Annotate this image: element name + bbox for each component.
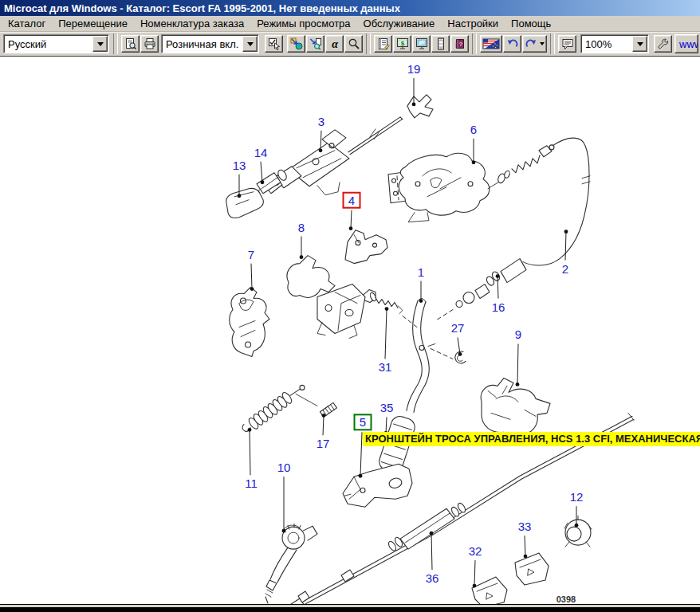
settings-button[interactable]	[654, 35, 672, 53]
menu-item-3[interactable]: Номенклатура заказа	[134, 17, 250, 30]
svg-text:1: 1	[418, 265, 424, 279]
callout-13[interactable]: 13	[233, 159, 246, 198]
book-question-icon: ?	[454, 37, 466, 50]
svg-text:7: 7	[248, 248, 254, 261]
handbook-button[interactable]: ?	[450, 35, 469, 53]
svg-text:19: 19	[407, 62, 421, 76]
microcat-link[interactable]: www.microcat.ru	[674, 34, 698, 53]
annotation-button[interactable]	[558, 35, 576, 53]
language-select[interactable]: Русский	[3, 34, 109, 53]
svg-text:13: 13	[233, 159, 246, 172]
callout-33[interactable]: 33	[518, 520, 532, 558]
toolbar-separator	[472, 33, 477, 54]
menu-item-7[interactable]: Помощь	[505, 17, 557, 30]
graphic-screen-button[interactable]	[412, 35, 431, 53]
svg-text:36: 36	[426, 571, 439, 585]
menu-item-6[interactable]: Настройки	[441, 17, 505, 30]
locate-part-button[interactable]	[287, 35, 305, 53]
toolbar: Русский Розничная вкл. α $ ? 100% ww	[0, 32, 700, 56]
pricing-select[interactable]: Розничная вкл.	[161, 34, 259, 53]
svg-text:9: 9	[515, 328, 521, 341]
print-button[interactable]	[140, 35, 159, 53]
callout-31[interactable]: 31	[379, 307, 392, 374]
slideshow-button[interactable]	[431, 35, 450, 53]
redo-button[interactable]	[522, 35, 547, 53]
svg-text:35: 35	[380, 401, 394, 414]
menu-item-5[interactable]: Обслуживание	[357, 17, 442, 30]
callout-35[interactable]: 35	[380, 401, 394, 434]
callout-8[interactable]: 8	[298, 221, 305, 259]
search-illustration-button[interactable]	[306, 35, 324, 53]
callout-19[interactable]: 19	[407, 62, 421, 106]
callout-12[interactable]: 12	[570, 490, 584, 527]
svg-text:27: 27	[451, 322, 465, 335]
svg-text:4: 4	[348, 194, 355, 207]
toolbar-separator	[550, 33, 555, 54]
redo-arrow-icon	[525, 37, 537, 50]
chevron-down-icon[interactable]	[242, 36, 258, 52]
svg-text:14: 14	[254, 146, 268, 159]
callout-7[interactable]: 7	[248, 248, 254, 291]
callout-6[interactable]: 6	[470, 123, 477, 164]
callout-overlay: 1931413462187311627935517101136123332	[0, 57, 700, 604]
prices-button[interactable]: $	[393, 35, 411, 53]
alpha-index-button[interactable]: α	[325, 35, 344, 53]
menubar: КаталогПеремещениеНоменклатура заказаРеж…	[0, 16, 700, 32]
callout-3[interactable]: 3	[318, 115, 324, 152]
svg-text:α: α	[332, 38, 338, 50]
comment-icon	[561, 37, 574, 50]
svg-text:32: 32	[469, 544, 482, 558]
callout-2[interactable]: 2	[562, 230, 568, 275]
arrow-page-magnifier-icon	[309, 37, 322, 50]
callout-27[interactable]: 27	[451, 322, 465, 356]
svg-text:6: 6	[470, 123, 477, 136]
callout-10[interactable]: 10	[277, 461, 291, 532]
pointer-check-icon	[268, 37, 281, 50]
svg-text:8: 8	[298, 221, 305, 234]
callout-36[interactable]: 36	[426, 532, 439, 585]
menu-item-2[interactable]: Перемещение	[52, 17, 134, 30]
alpha-icon: α	[328, 37, 341, 50]
callout-16[interactable]: 16	[492, 274, 505, 313]
svg-text:11: 11	[245, 477, 258, 490]
svg-text:10: 10	[277, 461, 291, 474]
chevron-down-icon[interactable]	[632, 36, 647, 52]
callout-11[interactable]: 11	[245, 428, 258, 490]
language-select-value: Русский	[4, 35, 92, 53]
menu-item-1[interactable]: Каталог	[2, 17, 52, 30]
callout-14[interactable]: 14	[254, 146, 268, 184]
menu-item-4[interactable]: Режимы просмотра	[250, 17, 356, 30]
parts-list-button[interactable]	[374, 35, 392, 53]
undo-button[interactable]	[503, 35, 521, 53]
callout-32[interactable]: 32	[469, 544, 482, 587]
toolbar-separator	[366, 33, 371, 54]
flag-icon	[482, 37, 500, 50]
printer-icon	[144, 37, 156, 50]
callout-1[interactable]: 1	[418, 265, 424, 303]
callout-17[interactable]: 17	[317, 414, 330, 450]
title-bar: Microcat для Windows - Каталог: Escort F…	[0, 0, 700, 16]
magnifier-icon	[348, 37, 360, 50]
pricing-select-value: Розничная вкл.	[162, 35, 242, 53]
zoom-select-value: 100%	[581, 35, 631, 53]
callout-4[interactable]: 4	[344, 193, 360, 230]
svg-text:$: $	[400, 40, 404, 47]
chevron-down-icon	[540, 42, 545, 45]
monitor-icon	[415, 37, 428, 50]
callout-9[interactable]: 9	[515, 328, 521, 386]
svg-text:5: 5	[360, 415, 366, 429]
wrench-icon	[657, 37, 670, 50]
arrow-ball-icon	[290, 37, 303, 50]
zoom-select[interactable]: 100%	[580, 34, 649, 53]
window-title: Microcat для Windows - Каталог: Escort F…	[4, 2, 400, 14]
print-preview-button[interactable]	[121, 35, 140, 53]
page-magnifier-icon	[124, 37, 137, 50]
app-window: Microcat для Windows - Каталог: Escort F…	[0, 0, 700, 612]
bottom-black-bar	[0, 607, 700, 612]
selection-mode-button[interactable]	[265, 35, 283, 53]
filmstrip-icon	[435, 37, 447, 50]
chevron-down-icon[interactable]	[92, 36, 108, 52]
svg-text:3: 3	[318, 115, 324, 128]
zoom-tool-button[interactable]	[344, 35, 363, 53]
language-flag-button[interactable]	[480, 35, 502, 53]
